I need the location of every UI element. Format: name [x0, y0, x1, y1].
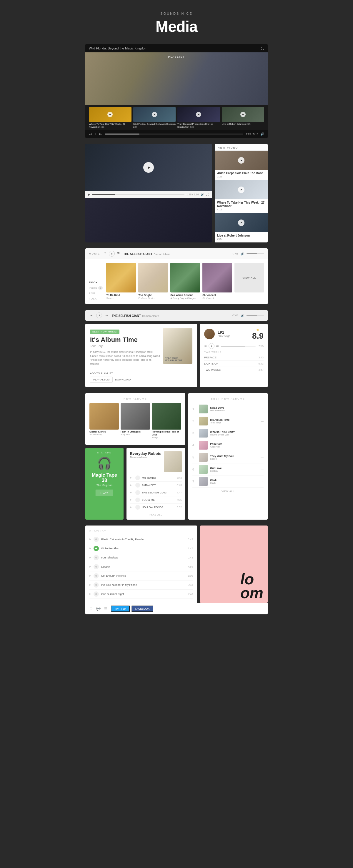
- thumb-play-2[interactable]: [196, 112, 201, 117]
- ba-rank-2: 3: [192, 431, 196, 435]
- er-track-play-3[interactable]: ▶: [130, 498, 133, 501]
- ba-item-5[interactable]: 6 Our Love Caribou —: [192, 463, 264, 475]
- volume-icon2[interactable]: 🔊: [201, 193, 204, 196]
- pl-play-1[interactable]: ▶: [89, 547, 91, 550]
- pl-play-4[interactable]: ▶: [89, 575, 91, 577]
- progress-bar2[interactable]: [92, 194, 185, 195]
- progress-bar[interactable]: [105, 133, 243, 134]
- ba-item-0[interactable]: 1 Salad Days Mac DeMarco ↑: [192, 403, 264, 415]
- mc2-next[interactable]: ⏭: [104, 313, 109, 317]
- pl-play-3[interactable]: ▶: [89, 565, 91, 568]
- add-playlist-btn[interactable]: ADD TO PLAYLIST: [90, 372, 113, 375]
- rc-play[interactable]: ⏸: [208, 343, 215, 349]
- na-artist-0: Surface Envy: [89, 433, 119, 435]
- fullscreen-icon[interactable]: ⛶: [261, 46, 264, 50]
- er-track-play-2[interactable]: ▶: [130, 491, 133, 494]
- pl-item-0: ▶ Plastic Raincoats In The Pig Parade 3:…: [89, 535, 193, 544]
- na-item-0[interactable]: Sleater-Kinney Surface Envy: [89, 403, 119, 438]
- mc2-play[interactable]: ⏸: [96, 312, 102, 318]
- heart-icon[interactable]: ♡: [89, 607, 93, 611]
- nv-item-0[interactable]: Alden Crepe Sole Plain Toe Boot 2:25: [215, 151, 268, 180]
- rc-next[interactable]: ⏭: [216, 345, 219, 347]
- share-icon[interactable]: ☰: [104, 607, 107, 611]
- nv-play-1[interactable]: [238, 187, 245, 193]
- mc-play[interactable]: ⏸: [109, 251, 115, 256]
- thumb-play-1[interactable]: [152, 112, 157, 117]
- genre-tab-rock[interactable]: ROCK: [89, 280, 103, 284]
- nv-play-2[interactable]: [238, 219, 245, 226]
- twitter-btn[interactable]: TWITTER: [111, 606, 130, 612]
- pl-play-2[interactable]: ▶: [89, 556, 91, 559]
- comment-icon[interactable]: 💬: [96, 607, 101, 611]
- er-play-all[interactable]: PLAY ALL: [130, 514, 182, 516]
- pause-btn[interactable]: ⏸: [94, 132, 97, 136]
- pl-play-0[interactable]: ▶: [89, 538, 91, 540]
- rc-prev[interactable]: ⏮: [204, 345, 207, 347]
- albums-grid: To Be Kind Swans Too Bright Perfume Geni…: [106, 263, 264, 301]
- thumb-item-1[interactable]: Wild Florida. Beyond the Magic Kingdom 2…: [133, 107, 176, 128]
- thumb-item-2[interactable]: Truly Blessed Productions HipHop Distrib…: [178, 107, 220, 128]
- vol-bar[interactable]: [247, 253, 264, 254]
- mc-next[interactable]: ⏭: [116, 251, 121, 256]
- ba-artist-0: Mac DeMarco: [210, 409, 260, 412]
- ba-item-3[interactable]: 4 Pom Pom Ariel Pink ↑: [192, 439, 264, 452]
- play-center-btn[interactable]: [143, 162, 154, 173]
- album-item-1[interactable]: Too Bright Perfume Genius: [138, 263, 168, 300]
- playlist-footer: ♡ 💬 ☰ TWITTER FACEBOOK: [85, 603, 268, 614]
- ba-item-6[interactable]: 7 Clark Clark ↑: [192, 475, 264, 488]
- fullscreen-btn2[interactable]: ⛶: [206, 193, 209, 196]
- thumb-play-3[interactable]: [240, 112, 246, 117]
- ba-item-4[interactable]: 5 They Want My Soul Spoon —: [192, 452, 264, 463]
- pl-play-6[interactable]: ▶: [89, 593, 91, 595]
- playlist-thumbnails: [85, 103, 268, 105]
- pink-logo: loom: [236, 569, 268, 603]
- download-btn[interactable]: DOWNLOAD: [115, 377, 131, 382]
- nv-item-1[interactable]: Where To Take Her This Week - 27 Novembe…: [215, 180, 268, 213]
- video-main-area[interactable]: PLAYLIST: [85, 52, 268, 105]
- video-big-area[interactable]: [85, 144, 212, 191]
- play-album-btn[interactable]: PLAY ALBUM: [90, 377, 113, 382]
- ba-item-2[interactable]: 3 What Is This Heart? How to Dress Well …: [192, 427, 264, 439]
- next-btn[interactable]: ⏭: [99, 132, 102, 136]
- er-track-play-1[interactable]: ▶: [130, 484, 133, 486]
- playlist-label: PLAYLIST: [168, 55, 185, 58]
- er-track-play-4[interactable]: ▶: [130, 506, 133, 508]
- vol-icon-m[interactable]: 🔊: [240, 252, 244, 255]
- genre-tab-pop[interactable]: POP: [89, 291, 103, 296]
- ba-item-1[interactable]: 2 It's Album Time Todd Terje —: [192, 415, 264, 427]
- na-item-2[interactable]: Plowing Into the Field of Love Iceage: [152, 403, 181, 438]
- albums-section: NEW ALBUMS Sleater-Kinney Surface Envy F…: [85, 393, 268, 519]
- ba-arrow-5: —: [261, 468, 264, 471]
- mc2-prev[interactable]: ⏮: [89, 313, 94, 317]
- thumb-item-3[interactable]: Live at Robert Johnson 2:25: [222, 107, 264, 128]
- pl-name-2: Four Shadows: [101, 556, 185, 559]
- album-item-0[interactable]: To Be Kind Swans: [106, 263, 136, 300]
- volume-icon[interactable]: 🔊: [261, 132, 264, 136]
- thumb-item-0[interactable]: Where To Take Her This Week - 27 Novembe…: [89, 107, 131, 128]
- thumb-play-0[interactable]: [107, 112, 113, 117]
- genre-tab-indie[interactable]: INDIE3: [89, 286, 103, 290]
- nv-item-2[interactable]: Live at Robert Johnson 2:25: [215, 213, 268, 243]
- view-all-btn[interactable]: VIEW ALL: [234, 263, 264, 292]
- site-title: Media: [85, 18, 268, 35]
- ba-view-all[interactable]: VIEW ALL: [192, 490, 264, 493]
- facebook-btn[interactable]: FACEBOOK: [131, 606, 153, 612]
- album-item-2[interactable]: Sea When Absent A Sunny Day in Glasgow: [170, 263, 200, 300]
- na-item-1[interactable]: Faith in Strangers Andy Stott: [121, 403, 150, 438]
- mc-prev[interactable]: ⏮: [103, 251, 108, 256]
- prev-btn[interactable]: ⏮: [89, 132, 92, 136]
- er-track-dot-4: [135, 505, 140, 509]
- vol-bar2[interactable]: [247, 315, 264, 316]
- er-track-play-0[interactable]: ▶: [130, 476, 133, 479]
- new-video-items: Alden Crepe Sole Plain Toe Boot 2:25 Whe…: [215, 151, 268, 243]
- nv-play-0[interactable]: [238, 157, 245, 164]
- genre-tab-folk[interactable]: FOLK: [89, 297, 103, 301]
- album-item-3[interactable]: St. Vincent St. Vincent: [202, 263, 232, 300]
- mixtape-play-btn[interactable]: PLAY: [96, 490, 113, 496]
- nv-dur-0: 2:25: [217, 175, 265, 178]
- er-track-name-3: YOU & ME: [142, 498, 175, 501]
- vol-icon-m2[interactable]: 🔊: [240, 314, 244, 317]
- view-all-box[interactable]: VIEW ALL: [234, 263, 264, 292]
- play-btn2[interactable]: ▶: [88, 193, 90, 196]
- pl-play-5[interactable]: ▶: [89, 584, 91, 586]
